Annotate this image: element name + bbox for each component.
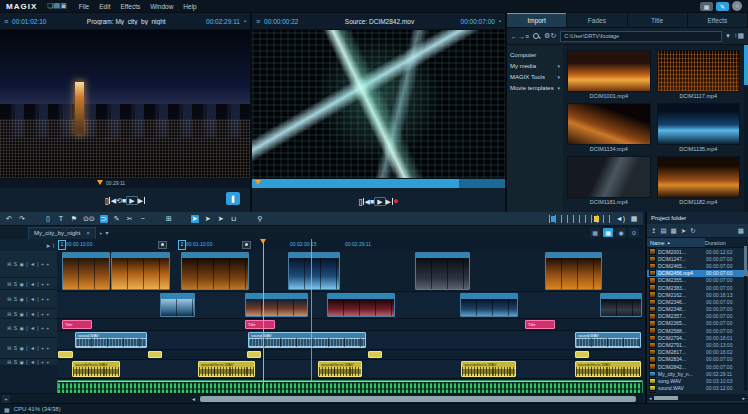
media-list-row[interactable]: DCIM2383... 00:00:07:00 xyxy=(647,284,748,291)
media-file[interactable]: DCIM1181.mp4 xyxy=(567,156,651,205)
media-list-row[interactable]: DCIM2834... 00:00:07:00 xyxy=(647,356,748,363)
project-folder-tool-icon[interactable]: ↻ xyxy=(690,227,695,235)
media-list-row[interactable]: DCIM2355... 00:00:07:00 xyxy=(647,277,748,284)
media-list-row[interactable]: DCIM1247... 00:00:07:00 xyxy=(647,255,748,262)
media-list-row[interactable]: sound.WAV 00:03:12:00 xyxy=(647,385,748,392)
video-track-2[interactable] xyxy=(57,292,643,319)
media-list-row[interactable]: DCIM2348... 00:00:07:00 xyxy=(647,306,748,313)
media-list-row[interactable]: DCIM2842... 00:00:07:00 xyxy=(647,363,748,370)
edit-tool-icon[interactable]: ↶ xyxy=(5,215,13,223)
menu-item[interactable]: Window xyxy=(150,3,173,10)
timeline-clip[interactable] xyxy=(575,351,589,358)
browser-tab[interactable]: Fades xyxy=(567,13,627,27)
media-list-row[interactable]: DCIM2456.mp4 00:00:07:00 xyxy=(647,270,748,277)
timeline-clip[interactable]: sound.WAV xyxy=(575,332,641,348)
media-file[interactable]: DCIM1134.mp4 xyxy=(567,103,651,152)
edit-tool-icon[interactable]: ⊔ xyxy=(230,215,238,223)
timeline-clip[interactable] xyxy=(288,252,340,290)
scroll-left-icon[interactable]: ◂ xyxy=(649,395,652,401)
media-thumbnail[interactable] xyxy=(567,103,651,145)
zoom-scale-control[interactable] xyxy=(549,215,611,223)
timeline-clip[interactable] xyxy=(247,351,261,358)
timeline-clip[interactable] xyxy=(415,252,470,290)
path-input[interactable] xyxy=(560,31,722,42)
timeline-marker[interactable]: 2 xyxy=(178,240,186,250)
monitor-menu-icon[interactable]: ≡ xyxy=(256,18,260,25)
toolbar-icon[interactable]: ≡ xyxy=(525,33,529,40)
edit-tool-icon[interactable]: ⚲ xyxy=(256,215,264,223)
add-track-button[interactable]: + xyxy=(2,395,10,403)
timeline-clip[interactable] xyxy=(368,351,382,358)
window-icon[interactable]: ✎ xyxy=(716,2,729,11)
view-icon[interactable]: 0 xyxy=(629,228,639,237)
view-icon[interactable]: ▦ xyxy=(590,228,600,237)
media-thumbnail[interactable] xyxy=(657,156,741,198)
browser-scrollbar[interactable] xyxy=(744,45,748,214)
tree-item[interactable]: Computer xyxy=(510,49,560,60)
media-list-row[interactable]: DCIM2001... 00:00:12:02 xyxy=(647,248,748,255)
transport-button[interactable]: ▶ xyxy=(126,196,137,205)
edit-tool-icon[interactable]: ➤ xyxy=(204,215,212,223)
timeline-clip[interactable]: soundeffects.WAV xyxy=(72,361,120,377)
speaker-icon[interactable]: ◄) xyxy=(616,215,625,222)
track-header[interactable]: ⊟ S ◉ | ◄ | + + xyxy=(0,290,57,309)
track-header[interactable]: ⊟ S ◉ | ◄ | + + xyxy=(0,319,57,338)
edit-tool-icon[interactable]: ✂ xyxy=(126,215,134,223)
media-thumbnail[interactable] xyxy=(567,156,651,198)
transport-button[interactable]: ▶ xyxy=(138,197,145,204)
browser-tab[interactable]: Effects xyxy=(688,13,748,27)
edit-tool-icon[interactable]: ▯ xyxy=(44,215,52,223)
timeline-clip[interactable] xyxy=(327,293,395,317)
scroll-left-icon[interactable]: ◂ xyxy=(192,395,195,402)
project-folder-tool-icon[interactable]: ▤ xyxy=(660,227,666,235)
search-icon[interactable] xyxy=(533,33,540,40)
media-list-row[interactable]: soundeffe... 00:01:53:11 xyxy=(647,392,748,393)
media-list-row[interactable]: DCIM2357... 00:00:07:00 xyxy=(647,313,748,320)
menu-item[interactable]: File xyxy=(79,3,89,10)
project-folder-tool-icon[interactable]: ↥ xyxy=(651,227,656,235)
scrollbar-thumb[interactable] xyxy=(744,45,748,85)
timeline-clip[interactable] xyxy=(58,351,73,358)
source-scrub-bar[interactable] xyxy=(252,178,505,188)
timeline-clip[interactable] xyxy=(148,351,162,358)
timeline-clip[interactable]: Title xyxy=(245,320,275,329)
view-icon[interactable]: ▦ xyxy=(603,228,613,237)
menu-item[interactable]: Help xyxy=(183,3,196,10)
edit-tool-icon[interactable]: ⊙⊙ xyxy=(83,215,95,223)
monitor-options-icon[interactable]: • xyxy=(244,18,246,24)
camera-marker-icon[interactable] xyxy=(242,241,251,249)
scrollbar-thumb[interactable] xyxy=(654,396,678,400)
edit-tool-icon[interactable]: T xyxy=(57,215,65,222)
scrub-marker-icon[interactable] xyxy=(97,180,103,185)
tree-item[interactable]: MAGIX Tools ▾ xyxy=(510,71,560,82)
edit-tool-icon[interactable]: ↷ xyxy=(18,215,26,223)
scrub-marker-icon[interactable] xyxy=(255,180,261,185)
tree-item[interactable]: Movie templates ▾ xyxy=(510,82,560,93)
timeline-clip[interactable]: soundeffects.WAV xyxy=(318,361,362,377)
timeline-clip[interactable] xyxy=(245,293,308,317)
timeline-marker[interactable]: 1 xyxy=(58,240,66,250)
edit-tool-icon[interactable]: ➤ xyxy=(191,215,199,223)
media-list-row[interactable]: song.WAV 00:03:10:03 xyxy=(647,377,748,384)
media-list-row[interactable]: DCIM2365... 00:00:07:00 xyxy=(647,320,748,327)
toolbar-icon[interactable]: ← xyxy=(511,33,518,40)
timeline-clip[interactable] xyxy=(600,293,642,317)
track-header[interactable]: ⊟ S ◉ | ◄ | + + xyxy=(0,278,57,290)
path-dropdown-icon[interactable]: ▾ xyxy=(726,32,730,40)
video-track-1[interactable] xyxy=(57,251,643,292)
file-icon[interactable]: ▣ xyxy=(60,2,67,9)
chevron-down-icon[interactable]: ▾ xyxy=(557,85,560,91)
toolbar-icon[interactable]: ▦ xyxy=(737,32,744,39)
view-icon[interactable]: ◉ xyxy=(616,228,626,237)
name-column-header[interactable]: Name▲ xyxy=(647,238,705,247)
timeline-clip[interactable] xyxy=(545,252,602,290)
media-thumbnail[interactable] xyxy=(567,50,651,92)
tab-dropdown-icon[interactable]: ▾ xyxy=(105,229,108,236)
transport-button[interactable]: ● xyxy=(393,196,398,206)
program-scrub-bar[interactable]: 00:29:11 xyxy=(0,178,250,188)
timeline-clip[interactable]: sound.WAV xyxy=(75,332,147,348)
audio-track-2[interactable] xyxy=(57,350,643,360)
timeline-clip[interactable]: soundeffects.WAV xyxy=(575,361,641,377)
timeline-clip[interactable]: soundeffects.WAV xyxy=(198,361,255,377)
list-h-scrollbar[interactable]: ◂ ▸ xyxy=(647,394,747,401)
